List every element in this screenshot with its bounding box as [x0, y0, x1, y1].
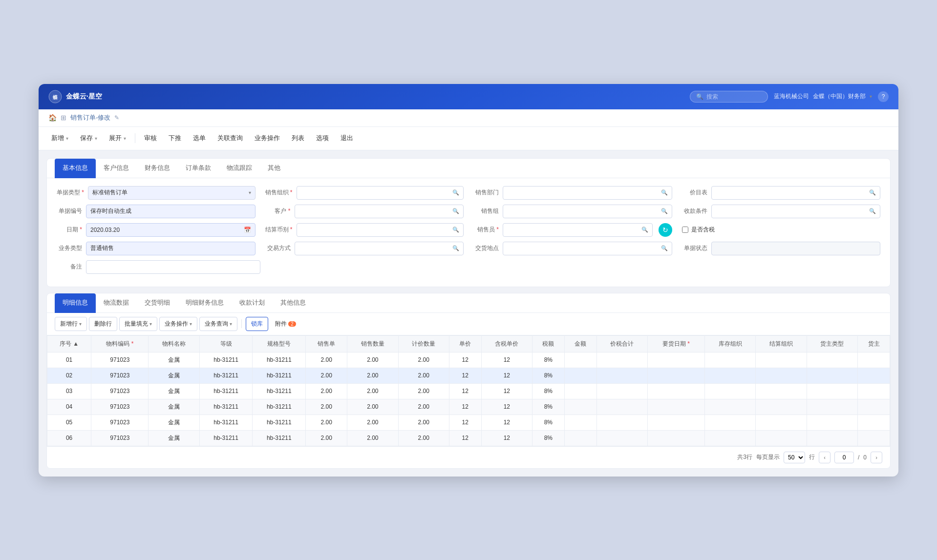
tab-order-terms[interactable]: 订单条款: [178, 159, 219, 178]
table-cell: 金属: [149, 415, 199, 430]
table-cell: [564, 352, 596, 368]
tab-other[interactable]: 其他: [260, 159, 288, 178]
dept-dropdown-icon[interactable]: ▾: [870, 94, 872, 99]
sales-group-input[interactable]: 🔍: [503, 205, 672, 218]
sales-dept-field: 销售部门 🔍: [473, 186, 672, 200]
salesperson-label: 销售员: [473, 226, 499, 234]
table-cell: 8%: [532, 368, 564, 383]
attach-count-badge: 2: [288, 321, 296, 327]
query-button[interactable]: 关联查询: [213, 131, 248, 145]
expand-button[interactable]: 展开 ▾: [104, 131, 131, 145]
batch-fill-arrow: ▾: [149, 321, 152, 327]
biz-op-detail-button[interactable]: 业务操作 ▾: [159, 317, 197, 331]
tab-finance-info[interactable]: 财务信息: [137, 159, 178, 178]
batch-fill-button[interactable]: 批量填充 ▾: [119, 317, 157, 331]
table-cell: 03: [47, 383, 91, 399]
delete-row-button[interactable]: 删除行: [89, 317, 117, 331]
currency-input[interactable]: 🔍: [297, 223, 464, 237]
sales-dept-input[interactable]: 🔍: [503, 186, 672, 200]
list-button[interactable]: 列表: [287, 131, 309, 145]
salesperson-input[interactable]: 🔍: [503, 223, 653, 237]
trade-label: 交易方式: [265, 244, 291, 252]
sales-group-field: 销售组 🔍: [473, 205, 672, 218]
table-cell: 02: [47, 368, 91, 383]
tab-basic-info[interactable]: 基本信息: [55, 159, 96, 178]
next-page-button[interactable]: ›: [871, 452, 882, 463]
table-cell: [564, 430, 596, 446]
table-row[interactable]: 03971023金属hb-31211hb-312112.002.002.0012…: [47, 383, 890, 399]
tab-detail-info[interactable]: 明细信息: [55, 293, 96, 313]
table-cell: 金属: [149, 368, 199, 383]
sales-org-input[interactable]: 🔍: [297, 186, 464, 200]
biz-query-button[interactable]: 业务查询 ▾: [199, 317, 237, 331]
edit-icon[interactable]: ✎: [114, 114, 119, 121]
form-row-remark: 备注: [57, 260, 880, 274]
home-icon[interactable]: 🏠: [48, 114, 57, 122]
customer-input[interactable]: 🔍: [295, 205, 464, 218]
lock-button[interactable]: 锁库: [246, 317, 268, 331]
tab-other-info[interactable]: 其他信息: [273, 293, 314, 313]
help-button[interactable]: ?: [878, 91, 889, 102]
table-cell: [596, 415, 647, 430]
save-button[interactable]: 保存 ▾: [75, 131, 102, 145]
table-cell: hb-31211: [253, 383, 306, 399]
biz-type-input[interactable]: 普通销售: [86, 242, 256, 255]
push-button[interactable]: 下推: [164, 131, 186, 145]
grid-icon[interactable]: ⊞: [61, 114, 66, 122]
table-cell: 04: [47, 399, 91, 415]
attach-label: 附件: [275, 320, 287, 328]
per-page-select[interactable]: 50: [784, 452, 805, 463]
select-order-button[interactable]: 选单: [188, 131, 211, 145]
table-cell: 2.00: [398, 430, 449, 446]
tax-include-field: 是否含税: [682, 223, 881, 237]
table-cell: [807, 415, 857, 430]
calendar-icon: 📅: [244, 227, 251, 233]
table-cell: 971023: [91, 368, 149, 383]
exit-button[interactable]: 退出: [336, 131, 358, 145]
salesperson-search-icon: 🔍: [641, 227, 648, 233]
table-row[interactable]: 06971023金属hb-31211hb-312112.002.002.0012…: [47, 430, 890, 446]
per-page-label: 每页显示: [756, 453, 780, 461]
remark-input[interactable]: [86, 260, 260, 274]
price-list-input[interactable]: 🔍: [711, 186, 881, 200]
table-row[interactable]: 01971023金属hb-31211hb-312112.002.002.0012…: [47, 352, 890, 368]
options-button[interactable]: 选项: [311, 131, 334, 145]
table-cell: 12: [449, 383, 481, 399]
company-info: 蓝海机械公司 金蝶（中国）财务部 ▾: [774, 92, 872, 101]
table-cell: 金属: [149, 399, 199, 415]
new-button[interactable]: 新增 ▾: [46, 131, 73, 145]
sync-button[interactable]: ↻: [659, 223, 672, 237]
bill-type-select[interactable]: 标准销售订单 ▾: [88, 186, 255, 200]
trade-input[interactable]: 🔍: [295, 242, 464, 255]
tab-customer-info[interactable]: 客户信息: [96, 159, 137, 178]
tab-payment-plan[interactable]: 收款计划: [232, 293, 273, 313]
payment-cond-input[interactable]: 🔍: [711, 205, 881, 218]
tax-include-checkbox[interactable]: [682, 227, 688, 233]
biz-op-button[interactable]: 业务操作: [250, 131, 285, 145]
tab-logistics-data[interactable]: 物流数据: [96, 293, 137, 313]
date-input[interactable]: 2020.03.20 📅: [86, 223, 256, 237]
table-row[interactable]: 04971023金属hb-31211hb-312112.002.002.0012…: [47, 399, 890, 415]
table-row[interactable]: 05971023金属hb-31211hb-312112.002.002.0012…: [47, 415, 890, 430]
th-unit: 销售单: [306, 335, 347, 352]
prev-page-button[interactable]: ‹: [819, 452, 831, 463]
table-cell: 971023: [91, 399, 149, 415]
audit-button[interactable]: 审核: [139, 131, 162, 145]
delivery-addr-input[interactable]: 🔍: [503, 242, 672, 255]
tab-finance-detail[interactable]: 明细财务信息: [178, 293, 232, 313]
table-row[interactable]: 02971023金属hb-31211hb-312112.002.002.0012…: [47, 368, 890, 383]
table-cell: 8%: [532, 415, 564, 430]
tab-delivery-detail[interactable]: 交货明细: [137, 293, 178, 313]
tab-logistics[interactable]: 物流跟踪: [219, 159, 260, 178]
sales-group-search-icon: 🔍: [661, 208, 668, 214]
search-box[interactable]: 🔍: [690, 91, 768, 103]
current-page-input[interactable]: [834, 452, 854, 463]
table-cell: 金属: [149, 383, 199, 399]
bill-no-input[interactable]: 保存时自动生成: [86, 205, 256, 218]
sales-dept-search-icon: 🔍: [661, 189, 668, 196]
basic-info-form: 单据类型 标准销售订单 ▾ 销售组织 🔍 销: [47, 178, 890, 287]
currency-field: 结算币别 🔍: [265, 223, 464, 237]
search-input[interactable]: [706, 93, 765, 100]
add-row-button[interactable]: 新增行 ▾: [55, 317, 87, 331]
attach-button[interactable]: 附件 2: [270, 317, 301, 331]
